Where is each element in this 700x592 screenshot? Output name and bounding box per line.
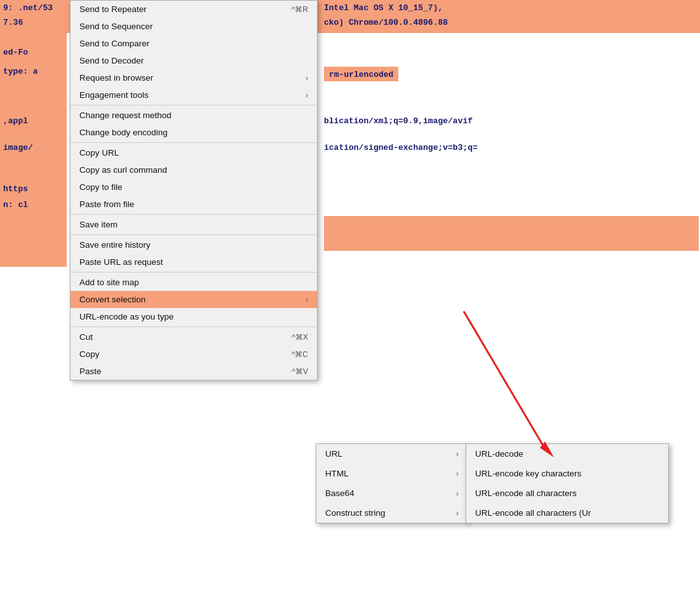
menu-engagement-tools[interactable]: Engagement tools › xyxy=(71,86,317,104)
separator-3 xyxy=(71,214,317,215)
left-highlight xyxy=(0,0,67,267)
engagement-tools-arrow: › xyxy=(306,91,308,100)
base64-arrow: › xyxy=(456,489,459,498)
bg-code-4: blication/xml;q=0.9,image/avif xyxy=(324,116,473,126)
submenu-url-decode[interactable]: URL-decode xyxy=(466,444,668,464)
separator-2 xyxy=(71,142,317,143)
bg-left-7: https xyxy=(3,184,28,194)
urlencoded-box: rm-urlencoded xyxy=(324,67,398,81)
menu-send-to-comparer[interactable]: Send to Comparer xyxy=(71,35,317,52)
bg-left-1: 9: .net/53 xyxy=(3,3,53,13)
menu-save-entire-history[interactable]: Save entire history xyxy=(71,236,317,253)
menu-copy-url[interactable]: Copy URL xyxy=(71,144,317,161)
request-in-browser-arrow: › xyxy=(306,74,308,83)
separator-1 xyxy=(71,105,317,105)
menu-send-to-sequencer[interactable]: Send to Sequencer xyxy=(71,18,317,35)
submenu-url-options: URL-decode URL-encode key characters URL… xyxy=(466,443,669,523)
submenu-url[interactable]: URL › xyxy=(316,444,468,464)
menu-paste-from-file[interactable]: Paste from file xyxy=(71,196,317,213)
menu-paste[interactable]: Paste ^⌘V xyxy=(71,363,317,380)
menu-convert-selection[interactable]: Convert selection › xyxy=(71,291,317,308)
submenu-url-encode-all[interactable]: URL-encode all characters xyxy=(466,483,668,503)
menu-send-to-decoder[interactable]: Send to Decoder xyxy=(71,52,317,69)
bg-left-6: image/ xyxy=(3,143,33,152)
bg-left-4: type: a xyxy=(3,67,38,76)
bg-left-3: ed-Fo xyxy=(3,48,28,57)
convert-selection-arrow: › xyxy=(306,295,308,304)
submenu-convert: URL › HTML › Base64 › Construct string › xyxy=(316,443,468,523)
menu-change-body-encoding[interactable]: Change body encoding xyxy=(71,124,317,141)
separator-4 xyxy=(71,234,317,235)
submenu-base64[interactable]: Base64 › xyxy=(316,483,468,503)
bg-code-2: cko) Chrome/100.0.4896.88 xyxy=(324,18,448,27)
menu-send-to-repeater[interactable]: Send to Repeater ^⌘R xyxy=(71,1,317,18)
bg-left-5: ,appl xyxy=(3,116,28,126)
bg-left-2: 7.36 xyxy=(3,18,23,27)
menu-paste-url-as-request[interactable]: Paste URL as request xyxy=(71,253,317,271)
menu-change-request-method[interactable]: Change request method xyxy=(71,107,317,124)
submenu-url-encode-key[interactable]: URL-encode key characters xyxy=(466,464,668,483)
submenu-html[interactable]: HTML › xyxy=(316,464,468,483)
menu-copy-to-file[interactable]: Copy to file xyxy=(71,178,317,196)
menu-copy[interactable]: Copy ^⌘C xyxy=(71,346,317,363)
bg-left-8: n: cl xyxy=(3,200,28,210)
bg-code-5: ication/signed-exchange;v=b3;q= xyxy=(324,143,478,152)
context-menu: Send to Repeater ^⌘R Send to Sequencer S… xyxy=(70,0,318,380)
bg-code-3: rm-urlencoded xyxy=(329,70,393,79)
url-arrow: › xyxy=(456,450,459,459)
separator-6 xyxy=(71,326,317,327)
menu-url-encode-as-you-type[interactable]: URL-encode as you type xyxy=(71,308,317,325)
middle-highlight xyxy=(324,216,699,251)
submenu-url-encode-all-unicode[interactable]: URL-encode all characters (Ur xyxy=(466,503,668,523)
menu-save-item[interactable]: Save item xyxy=(71,216,317,233)
construct-string-arrow: › xyxy=(456,509,459,518)
submenu-construct-string[interactable]: Construct string › xyxy=(316,503,468,523)
menu-request-in-browser[interactable]: Request in browser › xyxy=(71,69,317,86)
menu-add-to-site-map[interactable]: Add to site map xyxy=(71,274,317,291)
separator-5 xyxy=(71,272,317,272)
menu-copy-as-curl[interactable]: Copy as curl command xyxy=(71,161,317,178)
menu-cut[interactable]: Cut ^⌘X xyxy=(71,328,317,346)
html-arrow: › xyxy=(456,469,459,478)
bg-code-1: Intel Mac OS X 10_15_7), xyxy=(324,3,443,13)
